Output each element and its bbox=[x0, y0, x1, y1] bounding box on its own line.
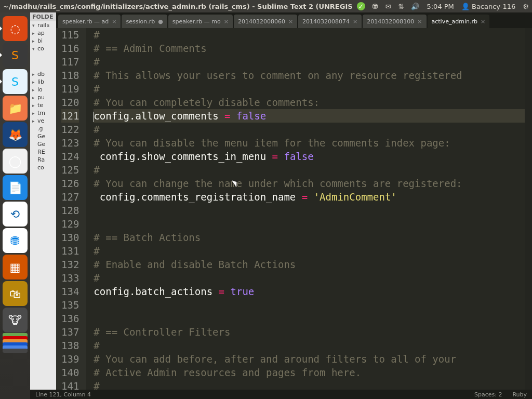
line-number[interactable]: 140 bbox=[61, 366, 79, 379]
clock[interactable]: 5:04 PM bbox=[427, 3, 454, 10]
tab[interactable]: session.rb bbox=[122, 15, 167, 28]
tab[interactable]: 2014032008074 bbox=[298, 15, 362, 28]
sync-ok-icon[interactable]: ✓ bbox=[357, 2, 365, 10]
sidebar-item[interactable]: ▸bi bbox=[30, 37, 56, 45]
chrome-icon[interactable]: ◯ bbox=[3, 149, 28, 174]
sidebar-item[interactable]: ▸ve bbox=[30, 117, 56, 125]
line-number[interactable]: 117 bbox=[61, 55, 79, 69]
sidebar-item[interactable]: ▸ap bbox=[30, 29, 56, 37]
dirty-icon[interactable] bbox=[158, 18, 163, 25]
code-line[interactable]: # You can completely disable comments: bbox=[94, 96, 532, 109]
line-number[interactable]: 133 bbox=[61, 271, 79, 285]
editor[interactable]: 1151161171181191201211221231241251261271… bbox=[56, 28, 532, 390]
code-line[interactable]: # bbox=[94, 123, 532, 136]
gimp-icon[interactable]: 🐮 bbox=[3, 308, 28, 332]
line-number[interactable]: 128 bbox=[61, 204, 79, 217]
code-line[interactable] bbox=[94, 217, 532, 231]
code-line[interactable] bbox=[94, 298, 532, 312]
sidebar-item[interactable]: RE bbox=[30, 148, 56, 156]
impress-icon[interactable]: ▦ bbox=[3, 255, 28, 280]
sidebar-item[interactable]: Ge bbox=[30, 140, 56, 148]
sidebar-item[interactable]: Ra bbox=[30, 156, 56, 164]
teamviewer-icon[interactable]: ⟲ bbox=[3, 202, 28, 227]
line-number[interactable]: 123 bbox=[61, 136, 79, 150]
minimap[interactable] bbox=[525, 28, 532, 390]
tab[interactable]: active_admin.rb bbox=[428, 15, 490, 28]
code-line[interactable]: # == Batch Actions bbox=[94, 231, 532, 244]
code-line[interactable]: config.batch_actions = true bbox=[94, 285, 532, 298]
user-menu[interactable]: 👤 Bacancy-116 bbox=[461, 3, 516, 10]
code-line[interactable]: # Active Admin resources and pages from … bbox=[94, 366, 532, 379]
line-number[interactable]: 134 bbox=[61, 285, 79, 298]
tab[interactable]: speaker.rb — mo bbox=[168, 15, 233, 28]
line-number[interactable]: 132 bbox=[61, 258, 79, 271]
code-line[interactable]: # This allows your users to comment on a… bbox=[94, 69, 532, 82]
code-line[interactable]: # == Controller Filters bbox=[94, 325, 532, 339]
line-number[interactable]: 126 bbox=[61, 177, 79, 190]
software-icon[interactable]: 🛍 bbox=[3, 281, 28, 306]
code-line[interactable] bbox=[94, 312, 532, 325]
sublime-icon[interactable]: S bbox=[3, 43, 28, 68]
launcher-overflow[interactable] bbox=[2, 334, 29, 353]
gear-icon[interactable]: ⚙ bbox=[523, 3, 529, 10]
close-icon[interactable] bbox=[417, 18, 422, 25]
line-number[interactable]: 130 bbox=[61, 231, 79, 244]
code-line[interactable]: # bbox=[94, 271, 532, 285]
sidebar-item[interactable]: ▸pu bbox=[30, 94, 56, 101]
close-icon[interactable] bbox=[288, 18, 293, 25]
sidebar-item[interactable]: ▸lib bbox=[30, 78, 56, 86]
line-number[interactable]: 139 bbox=[61, 352, 79, 366]
code-line[interactable]: # bbox=[94, 163, 532, 177]
sidebar-item[interactable]: ▾co bbox=[30, 45, 56, 52]
sidebar-item[interactable]: ▸lo bbox=[30, 86, 56, 94]
tab[interactable]: 2014032008100 bbox=[363, 15, 426, 28]
close-icon[interactable] bbox=[481, 18, 485, 25]
writer-icon[interactable]: 📄 bbox=[3, 175, 28, 200]
sidebar-item[interactable]: ▸tm bbox=[30, 109, 56, 117]
code-line[interactable]: # You can disable the menu item for the … bbox=[94, 136, 532, 150]
sidebar-item[interactable]: ▸te bbox=[30, 101, 56, 109]
line-number[interactable]: 118 bbox=[61, 69, 79, 82]
close-icon[interactable] bbox=[224, 18, 229, 25]
line-number[interactable]: 131 bbox=[61, 244, 79, 258]
code-line[interactable]: # You can change the name under which co… bbox=[94, 177, 532, 190]
code-line[interactable]: # bbox=[94, 339, 532, 352]
sidebar-item[interactable]: .g bbox=[30, 125, 56, 132]
sidebar-item[interactable]: co bbox=[30, 164, 56, 171]
code-line[interactable]: # == Admin Comments bbox=[94, 42, 532, 55]
files-icon[interactable]: 📁 bbox=[3, 96, 28, 121]
line-number[interactable]: 136 bbox=[61, 312, 79, 325]
sidebar-item[interactable]: ▸db bbox=[30, 70, 56, 78]
code-area[interactable]: ## == Admin Comments## This allows your … bbox=[86, 28, 532, 390]
code-line[interactable]: # bbox=[94, 55, 532, 69]
line-number[interactable]: 119 bbox=[61, 82, 79, 96]
dropbox-indicator-icon[interactable]: ⛃ bbox=[373, 3, 378, 10]
code-line[interactable]: # You can add before, after and around f… bbox=[94, 352, 532, 366]
code-line[interactable]: # bbox=[94, 244, 532, 258]
dropbox-icon[interactable]: ⛃ bbox=[3, 228, 28, 253]
tab[interactable]: 2014032008060 bbox=[234, 15, 297, 28]
line-number[interactable]: 129 bbox=[61, 217, 79, 231]
code-line[interactable]: config.allow_comments = false bbox=[94, 109, 532, 123]
sidebar-item[interactable]: ▾rails bbox=[30, 21, 56, 29]
cursor-position[interactable]: Line 121, Column 4 bbox=[35, 391, 91, 398]
network-icon[interactable]: ⇅ bbox=[398, 3, 404, 10]
code-line[interactable]: # bbox=[94, 82, 532, 96]
line-number[interactable]: 124 bbox=[61, 150, 79, 163]
tab[interactable]: speaker.rb — ad bbox=[58, 15, 121, 28]
line-number[interactable]: 115 bbox=[61, 28, 79, 42]
indent-setting[interactable]: Spaces: 2 bbox=[474, 391, 502, 398]
sidebar-item[interactable]: Ge bbox=[30, 132, 56, 140]
project-sidebar[interactable]: FOLDE ▾rails▸ap▸bi▾co▸db▸lib▸lo▸pu▸te▸tm… bbox=[30, 12, 56, 390]
line-number[interactable]: 122 bbox=[61, 123, 79, 136]
line-number[interactable]: 116 bbox=[61, 42, 79, 55]
code-line[interactable]: # bbox=[94, 28, 532, 42]
line-number[interactable]: 137 bbox=[61, 325, 79, 339]
mail-icon[interactable]: ✉ bbox=[385, 3, 391, 10]
close-icon[interactable] bbox=[112, 18, 116, 25]
code-line[interactable]: # bbox=[94, 379, 532, 390]
line-gutter[interactable]: 1151161171181191201211221231241251261271… bbox=[56, 28, 86, 390]
line-number[interactable]: 125 bbox=[61, 163, 79, 177]
code-line[interactable]: config.comments_registration_name = 'Adm… bbox=[94, 190, 532, 204]
code-line[interactable]: config.show_comments_in_menu = false bbox=[94, 150, 532, 163]
